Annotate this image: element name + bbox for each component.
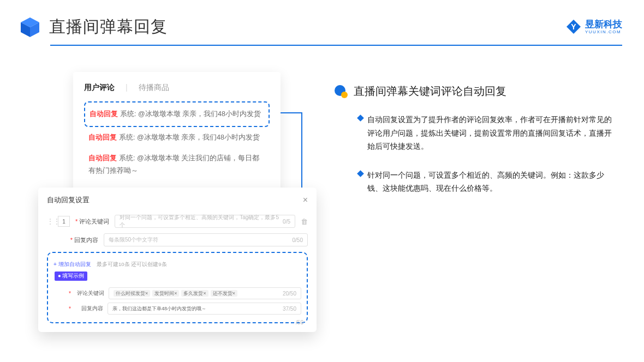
- stray-counter: /50: [296, 319, 303, 325]
- svg-point-6: [341, 92, 348, 98]
- auto-reply-badge: 自动回复: [90, 110, 118, 118]
- quota-hint: 最多可建10条 还可以创建9条: [97, 261, 167, 267]
- brand-name-cn: 昱新科技: [585, 20, 622, 29]
- brand-logo: Y 昱新科技 YUUXIN.COM: [565, 19, 622, 35]
- diamond-bullet-icon: [357, 170, 364, 177]
- example-panel: + 增加自动回复 最多可建10条 还可以创建9条 ● 填写示例 *评论关键词 什…: [47, 252, 308, 323]
- auto-reply-badge: 自动回复: [88, 134, 117, 141]
- screenshot-column: 用户评论 | 待播商品 自动回复系统: @冰墩墩本墩 亲亲，我们48小时内发货 …: [22, 72, 317, 210]
- comment-row: 自动回复系统: @冰墩墩本墩 亲亲，我们48小时内发货: [84, 127, 270, 148]
- page-title: 直播间弹幕回复: [49, 16, 168, 38]
- keyword-tag: 什么时候发货×: [114, 290, 150, 297]
- keyword-input[interactable]: 对同一个问题，可设置多个相近、高频的关键词，Tag确定，最多5个 0/5: [115, 215, 295, 228]
- example-reply-box: 亲，我们这边都是下单48小时内发货的哦～ 37/50: [108, 303, 301, 315]
- settings-title: 自动回复设置: [47, 195, 90, 205]
- keyword-tag: 发货时间×: [152, 290, 179, 297]
- tab-pending-products[interactable]: 待播商品: [139, 83, 169, 93]
- example-pill: ● 填写示例: [55, 272, 87, 281]
- tab-user-comments[interactable]: 用户评论: [84, 83, 115, 93]
- drag-handle-icon[interactable]: ⋮⋮: [47, 218, 52, 225]
- example-keyword-box: 什么时候发货×发货时间×多久发货×还不发货× 20/50: [109, 287, 301, 299]
- description-column: 直播间弹幕关键词评论自动回复 自动回复设置为了提升作者的评论回复效率，作者可在开…: [334, 72, 622, 210]
- connector-line: [281, 112, 302, 113]
- cube-icon: [19, 15, 41, 38]
- page-header: 直播间弹幕回复 Y 昱新科技 YUUXIN.COM: [0, 0, 644, 38]
- highlighted-comment: 自动回复系统: @冰墩墩本墩 亲亲，我们48小时内发货: [84, 101, 270, 127]
- index-box: 1: [58, 216, 70, 227]
- brand-icon: Y: [565, 19, 582, 35]
- settings-card: 自动回复设置 × ⋮⋮ 1 *评论关键词 对同一个问题，可设置多个相近、高频的关…: [38, 188, 317, 332]
- diamond-bullet-icon: [357, 114, 364, 122]
- close-icon[interactable]: ×: [303, 195, 308, 205]
- keyword-tag: 多久发货×: [181, 290, 208, 297]
- keyword-tag: 还不发货×: [211, 290, 237, 297]
- trash-icon[interactable]: 🗑: [301, 218, 308, 226]
- bullet-item: 自动回复设置为了提升作者的评论回复效率，作者可在开播前针对常见的评论用户问题，提…: [334, 113, 622, 153]
- comment-row: 自动回复系统: @冰墩墩本墩 亲亲，我们48小时内发货: [85, 104, 269, 125]
- header-left: 直播间弹幕回复: [19, 15, 168, 38]
- auto-reply-badge: 自动回复: [88, 154, 117, 162]
- brand-name-en: YUUXIN.COM: [585, 30, 622, 34]
- add-auto-reply-link[interactable]: + 增加自动回复: [53, 261, 91, 267]
- section-title: 直播间弹幕关键词评论自动回复: [354, 84, 506, 99]
- bullet-item: 针对同一个问题，可设置多个相近的、高频的关键词。例如：这款多少钱、这块能优惠吗、…: [334, 168, 622, 195]
- reply-input[interactable]: 每条限50个中文字符 0/50: [104, 233, 308, 246]
- svg-text:Y: Y: [571, 22, 576, 31]
- bubble-icon: [334, 85, 348, 99]
- comments-card: 用户评论 | 待播商品 自动回复系统: @冰墩墩本墩 亲亲，我们48小时内发货 …: [73, 72, 281, 194]
- comment-row: 自动回复系统: @冰墩墩本墩 关注我们的店铺，每日都有热门推荐呦～: [84, 148, 270, 181]
